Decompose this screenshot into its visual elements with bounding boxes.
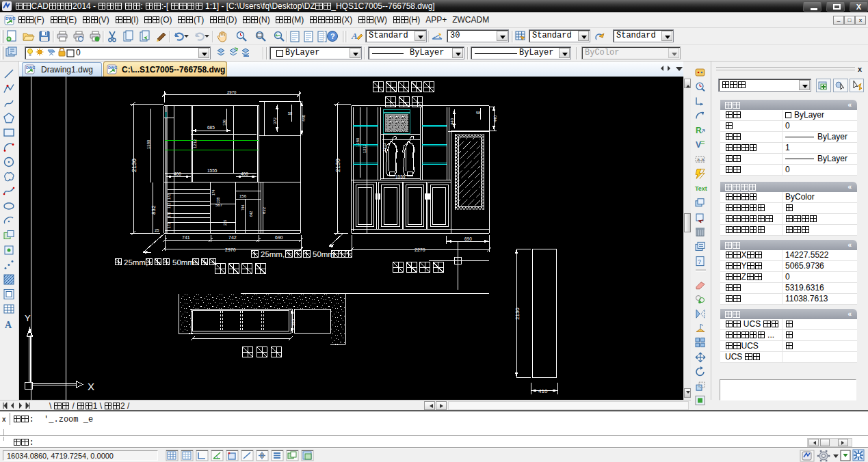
svg-text:832: 832 bbox=[262, 206, 266, 214]
svg-text:2970: 2970 bbox=[227, 90, 237, 94]
svg-text:?: ? bbox=[330, 32, 335, 40]
svg-text:V: V bbox=[696, 140, 701, 150]
svg-text:410: 410 bbox=[538, 388, 548, 394]
svg-text:1555: 1555 bbox=[207, 168, 218, 173]
svg-text:400: 400 bbox=[241, 172, 248, 176]
svg-text:25mm,: 25mm, bbox=[261, 250, 285, 258]
svg-text:Y: Y bbox=[25, 313, 31, 323]
svg-text:741: 741 bbox=[182, 235, 190, 240]
svg-text:390: 390 bbox=[291, 318, 295, 326]
svg-text:Text: Text bbox=[695, 185, 707, 192]
svg-text:2970: 2970 bbox=[225, 247, 236, 252]
svg-text:DWG: DWG bbox=[26, 66, 35, 70]
svg-text:440: 440 bbox=[450, 118, 454, 125]
svg-text:567: 567 bbox=[215, 203, 223, 207]
svg-text:685: 685 bbox=[207, 125, 215, 130]
svg-text:742: 742 bbox=[228, 235, 237, 240]
svg-text:1380: 1380 bbox=[146, 139, 150, 149]
svg-text:172: 172 bbox=[167, 211, 171, 217]
svg-text:136: 136 bbox=[222, 120, 226, 126]
svg-text:2130: 2130 bbox=[131, 159, 137, 172]
svg-text:642: 642 bbox=[249, 210, 253, 217]
svg-text:440: 440 bbox=[493, 115, 497, 122]
svg-text:235: 235 bbox=[223, 219, 227, 226]
svg-text:25: 25 bbox=[155, 228, 159, 232]
svg-text:172: 172 bbox=[167, 202, 171, 208]
svg-text:690: 690 bbox=[464, 236, 472, 241]
svg-text:DWG: DWG bbox=[108, 66, 117, 70]
svg-text:372: 372 bbox=[273, 117, 277, 124]
svg-text:156: 156 bbox=[239, 194, 247, 198]
svg-text:a-a: a-a bbox=[697, 157, 704, 162]
svg-text:1555: 1555 bbox=[395, 174, 406, 179]
svg-text:?: ? bbox=[698, 258, 701, 265]
svg-text:2270: 2270 bbox=[415, 247, 425, 252]
svg-text:172: 172 bbox=[167, 222, 171, 228]
svg-text:172: 172 bbox=[167, 193, 171, 200]
svg-text:1212: 1212 bbox=[363, 144, 367, 153]
svg-text:400: 400 bbox=[174, 172, 181, 176]
svg-text:174: 174 bbox=[211, 189, 215, 195]
svg-text:690: 690 bbox=[275, 235, 283, 240]
svg-text:A: A bbox=[5, 320, 12, 330]
svg-text:238: 238 bbox=[216, 197, 220, 203]
svg-text:832: 832 bbox=[150, 205, 157, 215]
svg-text:50mm: 50mm bbox=[172, 258, 194, 267]
svg-text:R: R bbox=[696, 126, 702, 135]
svg-text:A: A bbox=[351, 31, 358, 41]
svg-text:744: 744 bbox=[241, 204, 245, 210]
svg-text:58: 58 bbox=[288, 111, 292, 116]
svg-text:2130: 2130 bbox=[334, 159, 341, 172]
svg-text:1212: 1212 bbox=[193, 139, 197, 148]
svg-text:DWG: DWG bbox=[5, 16, 16, 21]
svg-text:2130: 2130 bbox=[514, 308, 521, 320]
svg-text:58: 58 bbox=[476, 111, 480, 115]
svg-text:X: X bbox=[88, 381, 94, 392]
svg-text:440: 440 bbox=[302, 114, 306, 122]
svg-text:25mm,: 25mm, bbox=[124, 258, 148, 267]
